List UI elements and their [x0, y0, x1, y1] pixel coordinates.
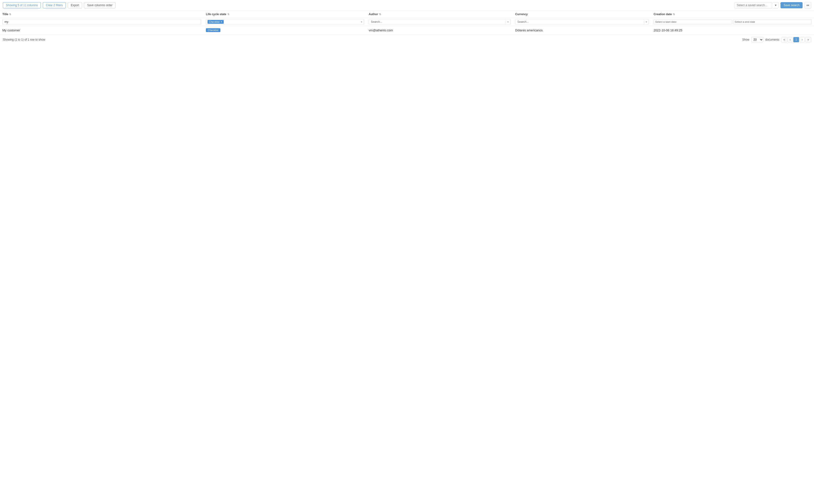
toolbar-right: ▾ Save search ⇔	[734, 2, 811, 9]
show-columns-button[interactable]: Showing 5 of 11 columns	[3, 2, 41, 8]
toolbar-left: Showing 5 of 11 columns Clear 2 filters …	[3, 2, 732, 8]
sort-creation-date-icon[interactable]: ⇅	[673, 13, 675, 16]
save-search-button[interactable]: Save search	[781, 2, 803, 8]
lifecycle-filter-chevron-icon[interactable]: ▾	[361, 20, 362, 24]
th-lifecycle: Life cycle state ⇅	[204, 11, 366, 18]
sort-lifecycle-icon[interactable]: ⇅	[227, 13, 230, 16]
showing-text: Showing (1 to 1) of 1 row to show	[3, 38, 45, 41]
sort-title-icon[interactable]: ⇅	[9, 13, 11, 16]
resize-columns-icon[interactable]: ⇔	[804, 2, 811, 9]
table-container: Title ⇅ Life cycle state ⇅ Author ⇅	[0, 11, 814, 35]
saved-search-wrapper: ▾	[734, 2, 779, 8]
date-filter-wrapper	[654, 19, 812, 24]
sort-author-icon[interactable]: ⇅	[379, 13, 381, 16]
export-button[interactable]: Export	[68, 2, 82, 8]
table-body: My customer Checklist vm@athento.com Dól…	[0, 26, 814, 35]
start-date-input[interactable]	[654, 19, 732, 24]
cell-title: My customer	[0, 26, 204, 35]
filter-lifecycle-wrapper: Checklist × ▾	[206, 19, 364, 25]
saved-search-dropdown-button[interactable]: ▾	[773, 2, 779, 8]
show-per-page-select[interactable]: 20 50 100	[751, 37, 763, 42]
th-title-label: Title	[2, 13, 8, 16]
filter-lifecycle-cell: Checklist × ▾	[204, 18, 366, 26]
filter-row: Checklist × ▾ ▾ ▾	[0, 18, 814, 26]
table-row: My customer Checklist vm@athento.com Dól…	[0, 26, 814, 35]
cell-currency: Dólares americanos	[513, 26, 651, 35]
pagination-first-button[interactable]: «	[781, 37, 787, 42]
show-label: Show	[742, 38, 749, 41]
th-currency: Currency	[513, 11, 651, 18]
th-creation-date-label: Creation date	[654, 13, 672, 16]
filter-currency-cell: ▾	[513, 18, 651, 26]
th-currency-label: Currency	[515, 13, 528, 16]
th-lifecycle-label: Life cycle state	[206, 13, 226, 16]
footer-right: Show 20 50 100 documents « ‹ 1 › »	[742, 37, 811, 42]
pagination-last-button[interactable]: »	[805, 37, 811, 42]
footer-left: Showing (1 to 1) of 1 row to show	[3, 38, 45, 41]
save-columns-button[interactable]: Save columns order	[84, 2, 115, 8]
pagination-next-button[interactable]: ›	[800, 37, 805, 42]
lifecycle-filter-clear-icon[interactable]: ×	[221, 20, 222, 23]
lifecycle-filter-tag-label: Checklist	[209, 20, 220, 23]
main-table: Title ⇅ Life cycle state ⇅ Author ⇅	[0, 11, 814, 35]
table-footer: Showing (1 to 1) of 1 row to show Show 2…	[0, 35, 814, 45]
cell-author: vm@athento.com	[366, 26, 513, 35]
filter-author-input[interactable]	[369, 19, 506, 24]
cell-lifecycle: Checklist	[204, 26, 366, 35]
row-creation-date-value: 2022-10-06 16:49:25	[654, 29, 682, 32]
th-title: Title ⇅	[0, 11, 204, 18]
lifecycle-badge: Checklist	[206, 28, 221, 32]
pagination-prev-button[interactable]: ‹	[788, 37, 793, 42]
filter-date-cell	[651, 18, 814, 26]
lifecycle-filter-tag: Checklist ×	[208, 20, 224, 24]
th-author-label: Author	[369, 13, 378, 16]
documents-label: documents	[765, 38, 779, 41]
filter-currency-input[interactable]	[515, 19, 644, 24]
filter-title-input[interactable]	[2, 19, 201, 25]
pagination: « ‹ 1 › »	[781, 37, 811, 42]
end-date-input[interactable]	[733, 19, 812, 24]
pagination-current-button[interactable]: 1	[793, 37, 799, 42]
currency-filter-chevron-icon[interactable]: ▾	[644, 20, 649, 24]
th-author: Author ⇅	[366, 11, 513, 18]
cell-creation-date: 2022-10-06 16:49:25	[651, 26, 814, 35]
row-author-value: vm@athento.com	[369, 29, 393, 32]
toolbar: Showing 5 of 11 columns Clear 2 filters …	[0, 0, 814, 11]
clear-filters-button[interactable]: Clear 2 filters	[43, 2, 66, 8]
saved-search-input[interactable]	[734, 2, 772, 8]
th-creation-date: Creation date ⇅	[651, 11, 814, 18]
row-title-value: My customer	[2, 29, 20, 32]
row-currency-value: Dólares americanos	[515, 29, 543, 32]
table-header-row: Title ⇅ Life cycle state ⇅ Author ⇅	[0, 11, 814, 18]
filter-title-cell	[0, 18, 204, 26]
filter-author-cell: ▾	[366, 18, 513, 26]
author-filter-chevron-icon[interactable]: ▾	[506, 20, 510, 24]
